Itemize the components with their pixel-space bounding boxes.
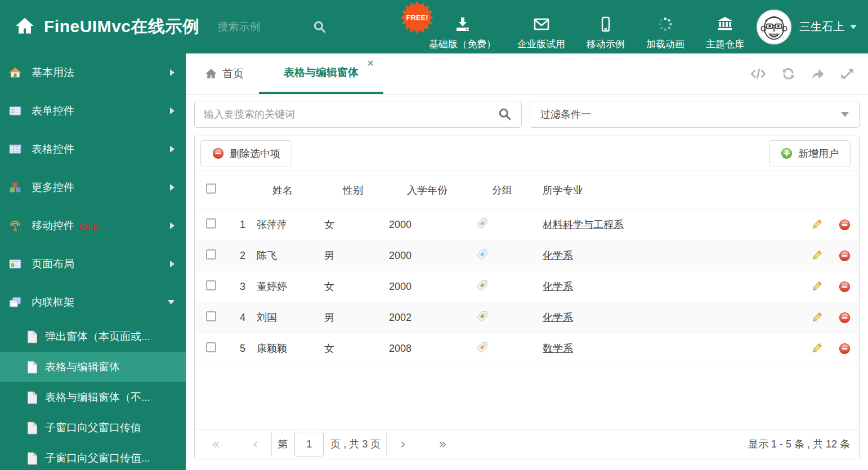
nav-enterprise-trial[interactable]: 企业版试用 <box>517 3 565 51</box>
page-number-input[interactable] <box>294 432 324 456</box>
column-header-name[interactable]: 姓名 <box>245 183 320 197</box>
column-header-year[interactable]: 入学年份 <box>386 183 468 197</box>
chevron-right-icon <box>170 108 175 114</box>
cubes-icon <box>9 181 21 194</box>
home-icon <box>205 68 217 80</box>
user-menu[interactable]: 三生石上 <box>757 10 857 44</box>
tab-grid-edit-window[interactable]: 表格与编辑窗体 ✕ <box>259 53 383 94</box>
major-link[interactable]: 数学系 <box>543 343 573 354</box>
delete-icon[interactable] <box>839 219 851 231</box>
edit-icon[interactable] <box>811 281 822 292</box>
sidebar-item-label: 表单控件 <box>32 104 74 118</box>
tab-label: 首页 <box>222 66 244 81</box>
tab-actions <box>750 53 854 94</box>
row-checkbox[interactable] <box>206 311 216 321</box>
column-header-group[interactable]: 分组 <box>468 183 536 197</box>
edit-icon[interactable] <box>811 250 822 261</box>
delete-icon[interactable] <box>839 250 851 262</box>
keyword-search-input[interactable] <box>204 109 498 120</box>
delete-button-label: 删除选中项 <box>230 147 280 160</box>
refresh-icon[interactable] <box>781 66 796 81</box>
sidebar-item-form-controls[interactable]: 表单控件 <box>0 92 186 130</box>
grid-panel: 删除选中项 新增用户 姓名 性别 入学年份 分组 所学专业 1 <box>194 136 860 459</box>
major-link[interactable]: 化学系 <box>543 281 573 292</box>
sidebar-subitem-child-to-parent[interactable]: 子窗口向父窗口传值 <box>0 413 186 443</box>
sidebar-item-grid-controls[interactable]: 表格控件 <box>0 130 186 168</box>
app-home-icon[interactable] <box>15 16 35 38</box>
share-icon[interactable] <box>810 66 826 81</box>
page-suffix: 页 , 共 3 页 <box>330 437 381 451</box>
form-icon <box>9 105 21 117</box>
nav-mobile-demo[interactable]: 移动示例 <box>587 3 625 51</box>
sidebar-item-inner-frame[interactable]: 内联框架 <box>0 283 186 321</box>
column-header-gender[interactable]: 性别 <box>320 183 386 197</box>
edit-icon[interactable] <box>811 219 822 230</box>
row-checkbox[interactable] <box>206 249 216 259</box>
edit-icon[interactable] <box>811 312 822 323</box>
sidebar-item-more-controls[interactable]: 更多控件 <box>0 168 186 207</box>
expand-icon[interactable] <box>840 66 854 81</box>
sidebar-subitem-label: 表格与编辑窗体 <box>45 360 120 374</box>
select-all-checkbox[interactable] <box>206 183 216 194</box>
filter-dropdown[interactable]: 过滤条件一 <box>530 101 860 128</box>
delete-icon[interactable] <box>839 343 851 355</box>
tag-icon <box>476 248 489 261</box>
nav-loading-animation[interactable]: 加载动画 <box>646 3 684 51</box>
delete-selected-button[interactable]: 删除选中项 <box>200 140 292 167</box>
sidebar-item-label: 更多控件 <box>32 180 74 195</box>
major-link[interactable]: 化学系 <box>543 250 573 261</box>
row-checkbox[interactable] <box>206 280 216 290</box>
sidebar-subitem-grid-edit-window-2[interactable]: 表格与编辑窗体（不... <box>0 382 186 413</box>
next-page-button[interactable]: › <box>392 437 414 451</box>
sidebar-subitem-popup-window[interactable]: 弹出窗体（本页面或... <box>0 321 186 352</box>
grid-toolbar: 删除选中项 新增用户 <box>195 136 859 171</box>
row-number: 4 <box>229 312 245 324</box>
first-page-button[interactable]: « <box>204 437 228 451</box>
bank-icon <box>716 15 734 33</box>
edit-icon[interactable] <box>811 343 822 354</box>
file-icon <box>27 422 38 435</box>
sidebar-subitem-child-to-parent-2[interactable]: 子窗口向父窗口传值... <box>0 443 186 470</box>
source-code-icon[interactable] <box>750 66 767 81</box>
table-icon <box>9 143 21 155</box>
major-link[interactable]: 化学系 <box>543 312 573 323</box>
divider <box>386 432 387 456</box>
app-title: FineUIMvc在线示例 <box>44 15 200 38</box>
sidebar-subitem-label: 子窗口向父窗口传值 <box>45 420 141 435</box>
sidebar-item-mobile-controls[interactable]: 移动控件 Corp. <box>0 207 186 245</box>
row-checkbox[interactable] <box>206 218 216 229</box>
nav-item-label: 加载动画 <box>646 38 684 51</box>
last-page-button[interactable]: » <box>431 437 455 451</box>
home-icon <box>9 66 21 79</box>
sidebar-item-basic-usage[interactable]: 基本用法 <box>0 53 186 92</box>
sidebar-item-label: 页面布局 <box>32 257 74 271</box>
nav-item-label: 基础版（免费） <box>429 38 496 51</box>
avatar <box>757 10 791 44</box>
record-summary: 显示 1 - 5 条 , 共 12 条 <box>748 437 850 451</box>
chevron-right-icon <box>170 222 175 229</box>
nav-basic-edition[interactable]: FREE! 基础版（免费） <box>429 3 496 51</box>
row-number: 5 <box>229 343 245 355</box>
file-icon <box>27 361 38 374</box>
sidebar-subitem-grid-edit-window[interactable]: 表格与编辑窗体 <box>0 352 186 382</box>
delete-icon[interactable] <box>839 312 851 324</box>
add-user-button[interactable]: 新增用户 <box>769 140 851 167</box>
sidebar-item-label: 表格控件 <box>32 142 74 156</box>
delete-icon[interactable] <box>839 281 851 293</box>
search-icon[interactable] <box>498 107 512 122</box>
search-icon[interactable] <box>312 20 327 34</box>
close-icon[interactable]: ✕ <box>367 59 374 68</box>
corp-badge: Corp. <box>79 221 100 231</box>
chevron-right-icon <box>170 146 175 153</box>
prev-page-button[interactable]: ‹ <box>245 437 266 451</box>
major-link[interactable]: 材料科学与工程系 <box>543 219 624 230</box>
user-name: 三生石上 <box>799 19 844 34</box>
tag-icon <box>476 279 489 292</box>
header-search-input[interactable] <box>218 21 302 33</box>
nav-theme-store[interactable]: 主题仓库 <box>706 3 744 51</box>
sidebar-item-page-layout[interactable]: 页面布局 <box>0 245 186 283</box>
column-header-major[interactable]: 所学专业 <box>536 183 804 197</box>
row-checkbox[interactable] <box>206 342 216 352</box>
sidebar-item-label: 基本用法 <box>32 65 74 80</box>
tab-home[interactable]: 首页 <box>205 53 244 94</box>
